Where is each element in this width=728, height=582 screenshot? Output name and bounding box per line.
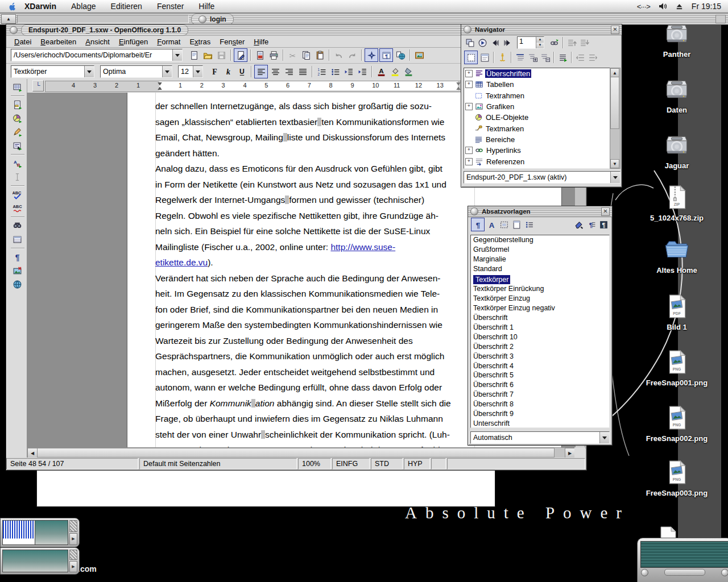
expander-icon[interactable]: +: [465, 103, 473, 110]
writer-menu-hilfe[interactable]: Hilfe: [249, 38, 273, 46]
menubar-clock[interactable]: Fr 19:15: [692, 2, 721, 11]
style-filter-value[interactable]: Automatisch: [471, 434, 599, 442]
document-selector-value[interactable]: Endspurt-20_PDF_1.sxw (aktiv): [464, 173, 610, 181]
open-icon[interactable]: [201, 48, 214, 62]
style-item[interactable]: Überschrift 1: [471, 323, 609, 332]
hyperlink-dialog-icon[interactable]: [394, 48, 407, 62]
nav-scroll-up-icon[interactable]: ▲: [610, 68, 619, 77]
desktop-icon-panther[interactable]: Panther: [650, 20, 704, 59]
align-left-icon[interactable]: [254, 65, 268, 78]
spellcheck-icon[interactable]: ABC: [11, 188, 24, 201]
menu-ablage[interactable]: Ablage: [64, 2, 104, 11]
next-icon[interactable]: [501, 36, 514, 49]
status-insert-mode[interactable]: EINFG: [332, 458, 370, 469]
style-item[interactable]: Überschrift 5: [471, 371, 609, 380]
paragraph-style-value[interactable]: Textkörper: [11, 68, 84, 76]
menu-editieren[interactable]: Editieren: [104, 2, 150, 11]
navigator-item-grafiken[interactable]: +Grafiken: [464, 101, 610, 112]
promote-level-icon[interactable]: [574, 51, 586, 64]
style-item[interactable]: Überschrift 9: [471, 409, 609, 419]
navigation-icon[interactable]: [476, 36, 489, 49]
navigator-titlebar[interactable]: Navigator ✕: [461, 24, 622, 35]
navigator-close-icon[interactable]: ✕: [611, 26, 619, 34]
insert-object-icon[interactable]: [11, 111, 24, 125]
login-title-tab[interactable]: login: [191, 14, 234, 25]
document-selector[interactable]: Endspurt-20_PDF_1.sxw (aktiv): [464, 171, 621, 184]
style-filter-dropdown-icon[interactable]: [599, 432, 609, 443]
previous-icon[interactable]: [489, 36, 501, 49]
menu-hilfe[interactable]: Hilfe: [191, 2, 222, 11]
save-icon[interactable]: [214, 48, 228, 62]
status-page-style[interactable]: Default mit Seitenzahlen: [139, 458, 297, 469]
desktop-icon-jaguar[interactable]: Jaguar: [650, 132, 704, 170]
indent-marker[interactable]: [157, 82, 163, 90]
font-dropdown-icon[interactable]: [162, 66, 172, 77]
style-filter-selector[interactable]: Automatisch: [470, 431, 610, 444]
teal-scroll-right-knob[interactable]: [721, 569, 728, 576]
new-style-selection-icon[interactable]: ¶: [585, 218, 597, 231]
navigator-ball[interactable]: [464, 26, 471, 34]
insert-fields-icon[interactable]: [11, 98, 24, 111]
find-replace-icon[interactable]: [11, 219, 24, 232]
eject-icon[interactable]: [675, 2, 684, 11]
writer-menu-ansicht[interactable]: Ansicht: [81, 38, 114, 46]
desktop-icon-freesnap003-png[interactable]: PNGFreeSnap003.png: [650, 459, 704, 497]
navigator-item-label[interactable]: Textrahmen: [485, 92, 526, 100]
redo-icon[interactable]: [345, 48, 359, 62]
style-item[interactable]: Überschrift 3: [471, 352, 609, 361]
indent-decrease-icon[interactable]: [342, 65, 355, 78]
font-size-value[interactable]: 12: [179, 68, 193, 76]
navigator-item-hyperlinks[interactable]: +Hyperlinks: [464, 145, 610, 156]
data-sources-icon[interactable]: [11, 232, 24, 246]
teal-scroll-left-knob[interactable]: [641, 569, 648, 576]
style-item[interactable]: Überschrift 2: [471, 342, 609, 352]
paragraph-background-icon[interactable]: [402, 65, 415, 78]
draw-functions-icon[interactable]: [11, 125, 24, 139]
align-center-icon[interactable]: [268, 65, 282, 78]
indent-increase-icon[interactable]: [355, 65, 369, 78]
undo-icon[interactable]: [332, 48, 345, 62]
style-dropdown-icon[interactable]: [84, 66, 94, 77]
cut-icon[interactable]: ✂: [286, 48, 299, 62]
expand-arrow-icon[interactable]: ▶: [69, 561, 77, 572]
expander-icon[interactable]: +: [465, 158, 473, 165]
heading-levels-2-icon[interactable]: [526, 51, 539, 64]
edit-file-icon[interactable]: [234, 48, 247, 62]
heading-levels-3-icon[interactable]: [539, 51, 551, 64]
stylist-ball[interactable]: [470, 207, 478, 215]
horizontal-scroll-thumb[interactable]: [37, 448, 555, 458]
teal-window-scrollbar[interactable]: [640, 568, 728, 577]
online-layout-icon[interactable]: [11, 277, 24, 291]
apple-menu-icon[interactable]: [0, 2, 17, 11]
nav-scroll-down-icon[interactable]: ▼: [610, 159, 619, 168]
style-item[interactable]: Marginalie: [471, 255, 609, 264]
expand-arrow-icon[interactable]: ▶: [69, 533, 77, 545]
navigator-item-textrahmen[interactable]: Textrahmen: [464, 90, 610, 101]
bullet-list-icon[interactable]: [328, 65, 342, 78]
demote-level-icon[interactable]: [586, 51, 599, 64]
collapsed-window-2[interactable]: ▶: [0, 547, 80, 575]
align-justify-icon[interactable]: [296, 65, 309, 78]
desktop-icon-bild-1[interactable]: PDFBild 1: [650, 293, 704, 331]
writer-menu-extras[interactable]: Extras: [185, 38, 215, 46]
stylist-close-icon[interactable]: ✕: [601, 207, 610, 216]
navigator-icon[interactable]: [365, 48, 378, 62]
navigator-item-label[interactable]: Referenzen: [485, 157, 526, 166]
style-item[interactable]: Textkörper Einzug: [471, 294, 609, 304]
style-item[interactable]: Überschrift 8: [471, 400, 609, 409]
list-box-onoff-icon[interactable]: [556, 51, 569, 64]
hyperlink-text[interactable]: http://www.suse-: [330, 242, 395, 252]
stylist-titlebar[interactable]: Absatzvorlagen ✕: [468, 206, 612, 217]
style-item-selected[interactable]: Textkörper: [473, 275, 510, 285]
demote-chapter-icon[interactable]: [578, 36, 590, 49]
volume-icon[interactable]: [658, 2, 667, 11]
promote-chapter-icon[interactable]: [565, 36, 578, 49]
print-file-icon[interactable]: [267, 48, 280, 62]
heading-levels-1-icon[interactable]: [514, 51, 526, 64]
menu-fenster[interactable]: Fenster: [150, 2, 191, 11]
login-grow-box[interactable]: [715, 15, 726, 23]
hyperlink-text[interactable]: etikette.de.vu: [155, 257, 208, 267]
status-selection-mode[interactable]: STD: [371, 458, 403, 469]
numbered-list-icon[interactable]: 12: [315, 65, 328, 78]
expander-icon[interactable]: +: [465, 70, 473, 77]
